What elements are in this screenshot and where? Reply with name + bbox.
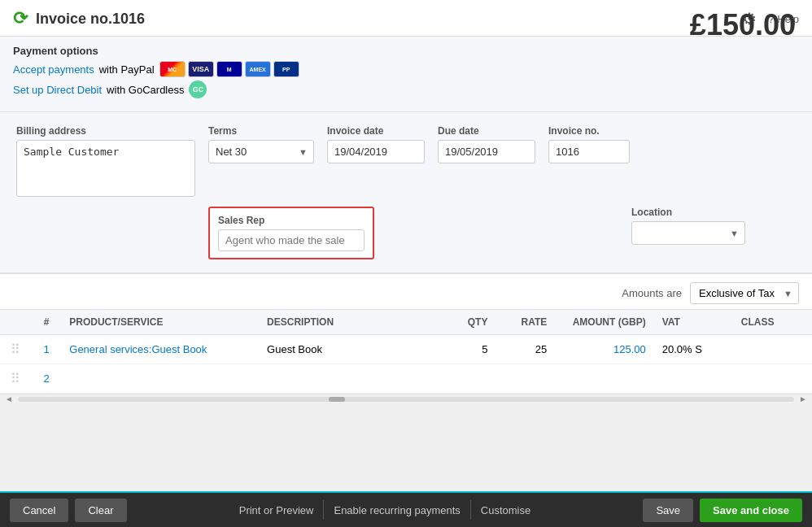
due-date-input[interactable] — [438, 140, 535, 163]
row-description[interactable] — [259, 364, 437, 394]
location-select[interactable] — [631, 221, 745, 245]
scroll-track[interactable] — [18, 397, 794, 402]
invoice-title-row: ⟳ Invoice no.1016 — [13, 8, 145, 29]
billing-address-label: Billing address — [16, 125, 195, 137]
row-vat[interactable] — [654, 364, 733, 394]
location-label: Location — [631, 207, 745, 218]
terms-label: Terms — [208, 125, 314, 137]
col-amount-header: AMOUNT (GBP) — [555, 310, 653, 335]
customise-button[interactable]: Customise — [481, 504, 530, 516]
row-amount[interactable] — [555, 364, 653, 394]
paypal-row: Accept payments with PayPal MC VISA M AM… — [13, 61, 799, 77]
horizontal-scrollbar[interactable]: ◄ ► — [0, 394, 812, 403]
invoice-date-group: Invoice date — [327, 125, 425, 163]
drag-handle[interactable]: ⠿ — [0, 335, 32, 364]
form-row-1: Billing address Terms Net 30 Net 15 Net … — [16, 125, 796, 197]
invoice-date-label: Invoice date — [327, 125, 425, 137]
maestro-icon: M — [216, 61, 242, 77]
row-qty[interactable]: 5 — [437, 335, 496, 364]
row-description[interactable]: Guest Book — [259, 335, 437, 364]
footer-divider-1 — [323, 500, 324, 520]
col-product-header: PRODUCT/SERVICE — [61, 310, 259, 335]
col-rate-header: RATE — [495, 310, 555, 335]
payment-options-title: Payment options — [13, 45, 799, 57]
card-icons: MC VISA M AMEX PP — [159, 61, 299, 77]
sales-rep-input[interactable] — [218, 229, 365, 251]
clear-button[interactable]: Clear — [75, 499, 126, 522]
save-button[interactable]: Save — [643, 499, 693, 522]
invoice-no-group: Invoice no. — [548, 125, 630, 163]
amounts-label: Amounts are — [622, 287, 682, 299]
col-qty-header: QTY — [437, 310, 496, 335]
invoice-icon: ⟳ — [13, 8, 28, 29]
row-product[interactable]: General services:Guest Book — [61, 335, 259, 364]
terms-group: Terms Net 30 Net 15 Net 60 Due on receip… — [208, 125, 314, 163]
col-desc-header: DESCRIPTION — [259, 310, 437, 335]
scroll-thumb[interactable] — [329, 397, 345, 402]
table-header-row: # PRODUCT/SERVICE DESCRIPTION QTY RATE A… — [0, 310, 812, 335]
invoice-no-label: Invoice no. — [548, 125, 630, 137]
row-amount[interactable]: 125.00 — [555, 335, 653, 364]
paypal-suffix: with PayPal — [99, 63, 155, 76]
billing-address-input[interactable] — [16, 140, 195, 197]
row-qty[interactable] — [437, 364, 496, 394]
terms-select-wrapper: Net 30 Net 15 Net 60 Due on receipt ▼ — [208, 140, 314, 163]
row-vat[interactable]: 20.0% S — [654, 335, 733, 364]
header: ⟳ Invoice no.1016 ⚙ ? Help £150.00 — [0, 0, 812, 37]
amex-icon: AMEX — [245, 61, 271, 77]
due-date-label: Due date — [438, 125, 535, 137]
invoice-no-input[interactable] — [548, 140, 630, 163]
table-row: ⠿ 2 — [0, 364, 812, 394]
recurring-payments-button[interactable]: Enable recurring payments — [334, 504, 460, 516]
sales-rep-box: Sales Rep — [208, 207, 374, 259]
billing-address-group: Billing address — [16, 125, 195, 197]
save-close-button[interactable]: Save and close — [700, 499, 802, 522]
print-preview-button[interactable]: Print or Preview — [239, 504, 314, 516]
directdebit-row: Set up Direct Debit with GoCardless GC — [13, 81, 799, 98]
directdebit-link[interactable]: Set up Direct Debit — [13, 84, 102, 96]
location-group: Location ▼ — [631, 207, 745, 245]
scroll-left-arrow[interactable]: ◄ — [3, 394, 15, 403]
form-row-2: Sales Rep Location ▼ — [16, 207, 796, 259]
row-rate[interactable] — [495, 364, 555, 394]
invoice-title: Invoice no.1016 — [36, 11, 145, 28]
form-area: Billing address Terms Net 30 Net 15 Net … — [0, 112, 812, 274]
mastercard-icon: MC — [159, 61, 186, 77]
amounts-select[interactable]: Exclusive of Tax Inclusive of Tax Out of… — [690, 282, 799, 304]
scroll-right-arrow[interactable]: ► — [797, 394, 809, 403]
paypal-card-icon: PP — [273, 61, 299, 77]
footer-divider-2 — [470, 500, 471, 520]
invoice-table: # PRODUCT/SERVICE DESCRIPTION QTY RATE A… — [0, 309, 812, 394]
table-row: ⠿ 1 General services:Guest Book Guest Bo… — [0, 335, 812, 364]
footer: Cancel Clear Print or Preview Enable rec… — [0, 491, 812, 527]
row-rate[interactable]: 25 — [495, 335, 555, 364]
visa-icon: VISA — [188, 61, 214, 77]
table-area: Amounts are Exclusive of Tax Inclusive o… — [0, 274, 812, 403]
location-select-wrapper: ▼ — [631, 221, 745, 245]
amounts-select-wrapper: Exclusive of Tax Inclusive of Tax Out of… — [690, 282, 799, 304]
due-date-group: Due date — [438, 125, 535, 163]
col-hash-header: # — [32, 310, 61, 335]
payment-options-section: Payment options Accept payments with Pay… — [0, 37, 812, 112]
col-class-header: CLASS — [733, 310, 812, 335]
gocardless-icon: GC — [189, 81, 207, 98]
invoice-date-input[interactable] — [327, 140, 425, 163]
col-drag-header — [0, 310, 32, 335]
terms-select[interactable]: Net 30 Net 15 Net 60 Due on receipt — [208, 140, 314, 163]
cancel-button[interactable]: Cancel — [10, 499, 68, 522]
row-product[interactable] — [61, 364, 259, 394]
sales-rep-label: Sales Rep — [218, 215, 365, 226]
row-class[interactable] — [733, 335, 812, 364]
amounts-row: Amounts are Exclusive of Tax Inclusive o… — [0, 274, 812, 309]
row-num: 2 — [32, 364, 61, 394]
row-num: 1 — [32, 335, 61, 364]
invoice-amount: £150.00 — [690, 8, 796, 42]
directdebit-suffix: with GoCardless — [107, 84, 184, 96]
col-vat-header: VAT — [654, 310, 733, 335]
paypal-link[interactable]: Accept payments — [13, 63, 94, 76]
row-class[interactable] — [733, 364, 812, 394]
drag-handle[interactable]: ⠿ — [0, 364, 32, 394]
